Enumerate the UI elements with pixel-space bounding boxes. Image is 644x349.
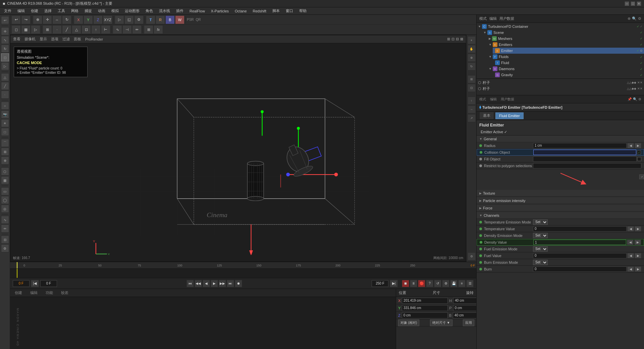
playback-record[interactable]: ⏺: [235, 280, 242, 287]
collision-check[interactable]: ✓: [637, 150, 641, 154]
tb-snap-point[interactable]: ·: [52, 25, 62, 34]
tool-sky[interactable]: ◯: [1, 196, 9, 204]
tb-bone[interactable]: ⊣: [122, 25, 132, 34]
tool-null[interactable]: ○: [1, 102, 9, 110]
keys-tab-function[interactable]: 功能: [44, 290, 55, 296]
vp-menu-filter[interactable]: 过滤: [62, 37, 70, 42]
menu-help[interactable]: 帮助: [297, 8, 309, 14]
coord-absolute-btn[interactable]: 绝对尺寸 ▼: [430, 319, 452, 326]
playback-to-end[interactable]: ⏭: [227, 280, 234, 287]
tool-material[interactable]: ⬡: [1, 167, 9, 176]
tool-sketch[interactable]: ✏: [1, 225, 9, 233]
tool-render[interactable]: ⚙: [1, 244, 9, 252]
keys-tab-diff[interactable]: 较差: [59, 290, 70, 296]
vp-menu-display[interactable]: 显示: [40, 37, 47, 42]
coord-z-pos[interactable]: [402, 312, 448, 318]
tree-check-1[interactable]: ✓: [640, 31, 643, 34]
st-icon2[interactable]: 🔍: [632, 16, 637, 21]
menu-xparticles[interactable]: X-Particles: [208, 8, 231, 14]
playback-play[interactable]: ▶: [211, 280, 218, 287]
menu-edit[interactable]: 编辑: [15, 8, 28, 14]
vp-menu-options[interactable]: 选项: [51, 37, 58, 42]
vr-top[interactable]: ↑: [468, 97, 476, 105]
tb-model-mode[interactable]: ◻: [11, 25, 21, 34]
tb-xyz[interactable]: XYZ: [103, 15, 112, 24]
attr-icon-search[interactable]: 🔍: [633, 97, 637, 101]
menu-mograph[interactable]: 运动图形: [122, 8, 142, 14]
tool-light[interactable]: ☀: [1, 119, 9, 127]
tb-x-axis[interactable]: X: [74, 15, 83, 24]
tool-select[interactable]: ◻: [1, 53, 9, 61]
tb-plugin3[interactable]: W: [175, 15, 184, 24]
tree-item-emitters[interactable]: ▼ E Emitters ✓: [487, 42, 644, 48]
attr-tab-basic[interactable]: 基本: [479, 112, 494, 119]
tree-item-ganz1[interactable]: ⬡ 杆子 △△◆◆ ✕✕: [477, 80, 644, 86]
tool-scale[interactable]: ⤡: [1, 36, 9, 44]
tool-undo[interactable]: ↩: [1, 16, 9, 24]
timeline-frame-next[interactable]: ▶|: [390, 280, 398, 287]
menu-realflow[interactable]: RealFlow: [187, 8, 208, 14]
menu-script[interactable]: 脚本: [270, 8, 282, 14]
force-section-header[interactable]: ▶ Force: [477, 205, 644, 211]
fuel-mode-dropdown[interactable]: SetAddOff: [533, 246, 548, 252]
density-mode-dropdown[interactable]: SetAddOff: [533, 233, 548, 238]
st-icon3[interactable]: ⚙: [638, 16, 641, 21]
fuel-val-dec[interactable]: ◀: [627, 253, 634, 258]
timeline-track[interactable]: [10, 269, 476, 278]
menu-select[interactable]: 选择: [42, 8, 54, 14]
tb-turbulence[interactable]: T: [146, 15, 155, 24]
tb-spline-draw[interactable]: ∿: [113, 25, 122, 34]
tb-select-all[interactable]: ⊕: [33, 15, 42, 24]
maximize-button[interactable]: □: [631, 1, 635, 6]
vr-zoom[interactable]: ⊕: [468, 54, 476, 62]
timeline-end-frame-input[interactable]: [372, 280, 388, 287]
tb-move[interactable]: ✛: [43, 15, 52, 24]
channels-section-header[interactable]: ▼ Channels: [477, 212, 644, 219]
fill-input[interactable]: [533, 156, 637, 162]
tb-snap-edge[interactable]: ╱: [62, 25, 71, 34]
tool-viewport[interactable]: ⊟: [1, 236, 9, 244]
timeline-playhead[interactable]: [17, 262, 17, 268]
temp-val-input[interactable]: [533, 226, 627, 232]
vr-frame-all[interactable]: ⊞: [468, 75, 476, 83]
temp-mode-dropdown[interactable]: SetAddOff: [533, 219, 548, 225]
menu-pipeline[interactable]: 流水线: [156, 8, 173, 14]
playback-forward[interactable]: ▶▶: [219, 280, 226, 287]
vr-navigate[interactable]: ⌖: [468, 36, 476, 44]
keys-tab-create[interactable]: 创建: [13, 290, 24, 296]
tree-item-fluid[interactable]: f Fluid ✓: [493, 60, 644, 66]
tool-primitive[interactable]: □: [1, 128, 9, 136]
tree-item-daemons[interactable]: ▼ D Daemons ✓: [487, 66, 644, 72]
timeline-start-frame-input[interactable]: [40, 280, 57, 287]
radius-inc[interactable]: ▶: [635, 143, 641, 148]
tb-snap-face[interactable]: △: [72, 25, 81, 34]
texture-section-header[interactable]: ▶ Texture: [477, 190, 644, 197]
attr-tab-fluid-emitter[interactable]: Fluid Emitter: [495, 112, 524, 119]
burn-val-dec[interactable]: ◀: [627, 266, 634, 272]
tree-item-meshers[interactable]: ▶ M Meshers ✓: [487, 36, 644, 42]
burn-val-inc[interactable]: ▶: [635, 266, 641, 272]
3d-scene[interactable]: Cinema: [10, 43, 466, 261]
tb-snap-guide[interactable]: ⊢: [101, 25, 110, 34]
tb-plugin1[interactable]: R: [156, 15, 165, 24]
collision-input[interactable]: [533, 150, 636, 155]
menu-sim[interactable]: 模拟: [109, 8, 121, 14]
coord-y-pos[interactable]: [402, 305, 448, 311]
tb-extrude[interactable]: ⊞: [144, 25, 153, 34]
playback-cache[interactable]: 💾: [450, 280, 458, 287]
vp-menu-view[interactable]: 查看: [13, 37, 20, 42]
tb-y-axis[interactable]: Y: [84, 15, 93, 24]
vp-ctrl-close[interactable]: ⊠: [460, 37, 463, 41]
tb-fx[interactable]: fx: [154, 25, 163, 34]
vp-menu-camera[interactable]: 摄像机: [24, 37, 36, 42]
tree-item-scene[interactable]: ▼ S Scene ✓: [482, 30, 644, 36]
radius-input[interactable]: [533, 143, 627, 148]
minimize-button[interactable]: ─: [625, 1, 629, 6]
tb-render-settings[interactable]: ⚙: [134, 15, 144, 24]
fuel-val-inc[interactable]: ▶: [635, 253, 641, 258]
vp-ctrl-layout[interactable]: ⊞: [447, 37, 450, 41]
vr-front[interactable]: →: [468, 105, 476, 113]
close-button[interactable]: ✕: [637, 1, 641, 6]
tree-item-gravity[interactable]: G Gravity ✓: [493, 72, 644, 78]
tb-plugin2[interactable]: B: [165, 15, 175, 24]
